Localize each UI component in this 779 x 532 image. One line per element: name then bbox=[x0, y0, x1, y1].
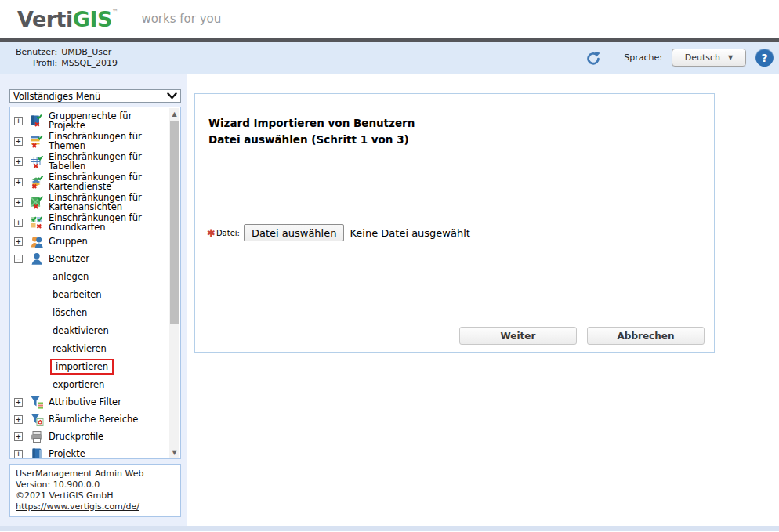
scroll-up-icon[interactable]: ▲ bbox=[169, 108, 179, 119]
sidebar: Vollständiges Menü +Gruppenrechte für Pr… bbox=[0, 74, 187, 526]
user-value: UMDB_User bbox=[61, 47, 118, 57]
tree-leaf: bearbeiten bbox=[14, 286, 168, 302]
tree-node[interactable]: +Projekte bbox=[14, 446, 168, 459]
language-dropdown[interactable]: Deutsch ▼ bbox=[672, 49, 746, 67]
tree-node[interactable]: +Räumliche Bereiche bbox=[14, 411, 168, 427]
sidebar-item-importieren[interactable]: importieren bbox=[50, 359, 114, 375]
vertigis-link[interactable]: https://www.vertigis.com/de/ bbox=[16, 501, 139, 512]
tree-node-label: Attributive Filter bbox=[49, 397, 121, 407]
user-bar: Benutzer: UMDB_User Profil: MSSQL_2019 S… bbox=[0, 42, 779, 74]
tree-node-label: Gruppenrechte für Projekte bbox=[49, 111, 168, 130]
tree-node[interactable]: +Druckprofile bbox=[14, 429, 168, 444]
sidebar-item-deaktivieren[interactable]: deaktivieren bbox=[50, 324, 111, 337]
group-rights-icon bbox=[30, 114, 44, 128]
user-bar-controls: Sprache: Deutsch ▼ ? bbox=[583, 48, 774, 68]
trademark-symbol: ™ bbox=[112, 9, 118, 16]
mapservice-restrictions-icon bbox=[30, 176, 44, 189]
tree-node-label: Einschränkungen für Tabellen bbox=[49, 152, 168, 171]
wizard-panel: Wizard Importieren von Benutzern Datei a… bbox=[194, 93, 715, 353]
tree-node[interactable]: +Einschränkungen fürThemen bbox=[14, 132, 168, 150]
tree-leaf: anlegen bbox=[14, 268, 168, 284]
projects-icon bbox=[30, 447, 44, 460]
tree-node[interactable]: +Einschränkungen für Tabellen bbox=[14, 152, 168, 171]
dropdown-caret-icon: ▼ bbox=[728, 54, 733, 61]
expand-toggle-icon[interactable]: + bbox=[14, 237, 23, 246]
sidebar-item-löschen[interactable]: löschen bbox=[50, 306, 89, 319]
help-icon[interactable]: ? bbox=[755, 49, 774, 67]
app-header: VertiGIS™ works for you bbox=[0, 0, 779, 38]
refresh-icon[interactable] bbox=[583, 48, 603, 68]
chevron-down-icon bbox=[167, 92, 177, 100]
tree-leaf: deaktivieren bbox=[14, 322, 168, 338]
navigation-tree: +Gruppenrechte für Projekte+Einschränkun… bbox=[9, 107, 181, 459]
page: VertiGIS™ works for you Benutzer: UMDB_U… bbox=[0, 0, 779, 532]
basemap-restrictions-icon bbox=[30, 216, 44, 230]
scrollbar-thumb[interactable] bbox=[170, 121, 179, 324]
attribute-filter-icon bbox=[30, 396, 44, 409]
sidebar-item-reaktivieren[interactable]: reaktivieren bbox=[50, 342, 109, 355]
table-restrictions-icon bbox=[30, 155, 44, 168]
expand-toggle-icon[interactable]: + bbox=[14, 117, 23, 125]
logo-text-verti: Verti bbox=[17, 7, 73, 31]
sidebar-item-exportieren[interactable]: exportieren bbox=[50, 378, 107, 391]
sidebar-item-bearbeiten[interactable]: bearbeiten bbox=[50, 288, 104, 301]
tree-node-label: Gruppen bbox=[49, 237, 88, 246]
tree-node-label: Druckprofile bbox=[49, 432, 103, 441]
tree-node-label: Einschränkungen fürGrundkarten bbox=[49, 213, 142, 232]
tree-node[interactable]: +Einschränkungen fürKartenansichten bbox=[14, 193, 168, 212]
tree-node-label: Einschränkungen fürThemen bbox=[49, 132, 142, 150]
expand-toggle-icon[interactable]: + bbox=[14, 450, 23, 458]
next-button[interactable]: Weiter bbox=[459, 327, 577, 345]
sidebar-item-anlegen[interactable]: anlegen bbox=[50, 270, 91, 283]
tree-node[interactable]: +Gruppen bbox=[14, 233, 168, 249]
expand-toggle-icon[interactable]: + bbox=[14, 178, 23, 186]
main-area: Wizard Importieren von Benutzern Datei a… bbox=[187, 74, 779, 526]
tree-node-label: Einschränkungen fürKartenansichten bbox=[49, 193, 142, 212]
tree-node[interactable]: +Einschränkungen fürKartendienste bbox=[14, 172, 168, 191]
content-area: Vollständiges Menü +Gruppenrechte für Pr… bbox=[0, 74, 779, 526]
about-app-name: UserManagement Admin Web bbox=[16, 469, 175, 480]
expand-toggle-icon[interactable]: + bbox=[14, 415, 23, 424]
about-version: Version: 10.900.0.0 bbox=[16, 480, 175, 490]
menu-mode-value: Vollständiges Menü bbox=[13, 91, 100, 102]
expand-toggle-icon[interactable]: + bbox=[14, 157, 23, 166]
profile-label: Profil: bbox=[16, 58, 57, 68]
logo-tagline: works for you bbox=[141, 12, 221, 26]
tree-node[interactable]: −Benutzer bbox=[14, 251, 168, 266]
mapview-restrictions-icon bbox=[30, 196, 44, 209]
wizard-title-line2: Datei auswählen (Schritt 1 von 3) bbox=[208, 132, 714, 148]
spatial-areas-icon bbox=[30, 413, 44, 426]
vertigis-logo: VertiGIS™ bbox=[17, 7, 118, 31]
file-field-label: Datei: bbox=[216, 229, 240, 237]
wizard-actions: Weiter Abbrechen bbox=[459, 327, 705, 345]
tree-leaf: importieren bbox=[14, 358, 168, 375]
theme-restrictions-icon bbox=[30, 135, 44, 148]
expand-toggle-icon[interactable]: + bbox=[14, 432, 23, 441]
tree-leaf: löschen bbox=[14, 304, 168, 320]
tree-node[interactable]: +Attributive Filter bbox=[14, 394, 168, 410]
expand-toggle-icon[interactable]: + bbox=[14, 398, 23, 407]
file-field-row: ✱ Datei: Datei auswählen Keine Datei aus… bbox=[207, 224, 470, 241]
user-info: Benutzer: UMDB_User Profil: MSSQL_2019 bbox=[16, 47, 118, 68]
user-icon bbox=[30, 252, 44, 266]
cancel-button[interactable]: Abbrechen bbox=[587, 327, 705, 345]
tree-node-label: Projekte bbox=[49, 449, 85, 458]
wizard-title: Wizard Importieren von Benutzern Datei a… bbox=[195, 94, 714, 148]
tree-node[interactable]: +Gruppenrechte für Projekte bbox=[14, 111, 168, 130]
expand-toggle-icon[interactable]: + bbox=[14, 198, 23, 207]
language-value: Deutsch bbox=[685, 52, 720, 63]
collapse-toggle-icon[interactable]: − bbox=[14, 255, 23, 263]
scroll-down-icon[interactable]: ▼ bbox=[169, 447, 179, 458]
expand-toggle-icon[interactable]: + bbox=[14, 219, 23, 227]
tree-node-label: Räumliche Bereiche bbox=[49, 414, 138, 424]
tree-scrollbar[interactable]: ▲ ▼ bbox=[169, 108, 179, 458]
menu-mode-select[interactable]: Vollständiges Menü bbox=[9, 89, 181, 103]
about-copyright: ©2021 VertiGIS GmbH bbox=[16, 490, 175, 501]
tree-node[interactable]: +Einschränkungen fürGrundkarten bbox=[14, 213, 168, 232]
file-select-button[interactable]: Datei auswählen bbox=[244, 224, 344, 241]
print-profiles-icon bbox=[30, 430, 44, 443]
required-mark: ✱ bbox=[207, 227, 216, 239]
profile-value: MSSQL_2019 bbox=[61, 58, 118, 68]
expand-toggle-icon[interactable]: + bbox=[14, 137, 23, 146]
tree-node-label: Benutzer bbox=[49, 254, 89, 263]
